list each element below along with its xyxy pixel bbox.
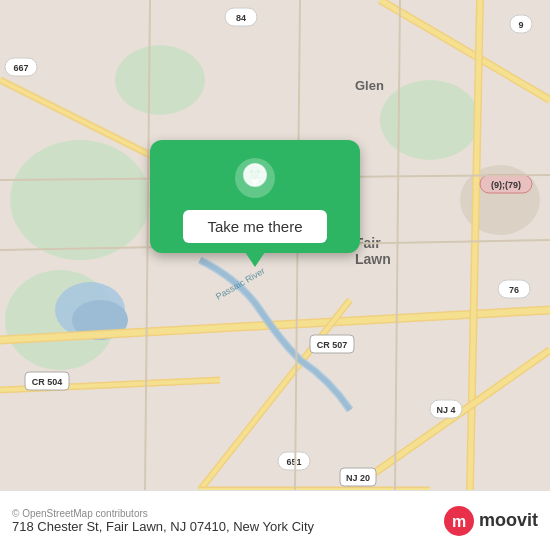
moovit-text: moovit [479,510,538,531]
svg-text:667: 667 [13,63,28,73]
footer-left: © OpenStreetMap contributors 718 Chester… [12,508,314,534]
moovit-icon: m [443,505,475,537]
address-city: New York City [233,519,314,534]
address-text: 718 Chester St, Fair Lawn, NJ 07410, New… [12,519,314,534]
svg-text:Glen: Glen [355,78,384,93]
take-me-there-button[interactable]: Take me there [183,210,326,243]
address-part1: 718 Chester St, Fair Lawn, NJ 07410, [12,519,230,534]
location-pin-icon [233,156,277,200]
map-container: 84 667 9 (9);(79) 76 CR 504 CR 507 651 N… [0,0,550,490]
svg-point-4 [380,80,480,160]
osm-credit: © OpenStreetMap contributors [12,508,314,519]
moovit-logo: m moovit [443,505,538,537]
svg-text:76: 76 [509,285,519,295]
svg-text:651: 651 [286,457,301,467]
svg-text:NJ 20: NJ 20 [346,473,370,483]
svg-text:NJ 4: NJ 4 [436,405,455,415]
svg-text:Lawn: Lawn [355,251,391,267]
svg-text:CR 507: CR 507 [317,340,348,350]
svg-text:CR 504: CR 504 [32,377,63,387]
footer: © OpenStreetMap contributors 718 Chester… [0,490,550,550]
svg-point-1 [10,140,150,260]
svg-text:84: 84 [236,13,246,23]
button-overlay: Take me there [150,140,360,253]
svg-point-3 [115,45,205,115]
svg-text:(9);(79): (9);(79) [491,180,521,190]
svg-text:9: 9 [518,20,523,30]
map-pin-card: Take me there [150,140,360,253]
svg-text:m: m [452,513,466,530]
